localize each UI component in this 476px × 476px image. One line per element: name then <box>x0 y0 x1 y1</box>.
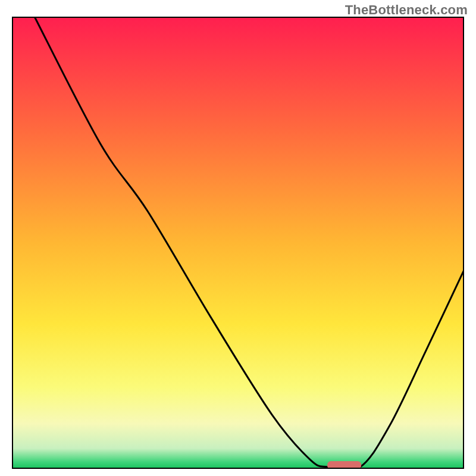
watermark-text: TheBottleneck.com <box>345 2 468 18</box>
chart-stage: TheBottleneck.com <box>0 0 476 476</box>
gradient-background <box>12 17 464 469</box>
plot-frame <box>12 17 464 469</box>
chart-svg <box>12 17 464 469</box>
